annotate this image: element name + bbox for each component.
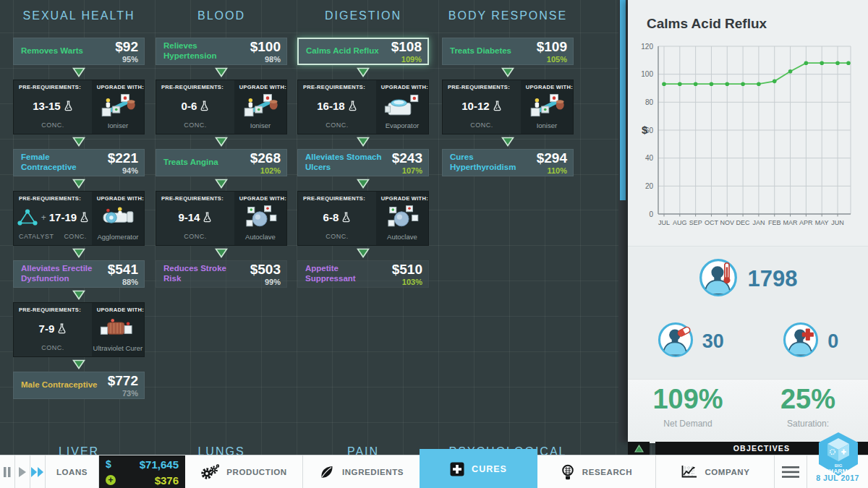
- downstream-arrow-icon: [72, 359, 85, 369]
- cure-column-body-response: Treats Diabetes$109105%PRE-REQUIREMENTS:…: [442, 38, 574, 176]
- cure-values: $294110%: [537, 151, 567, 175]
- downstream-arrow-icon: [501, 67, 514, 77]
- cure-name: Female Contraceptive: [21, 153, 108, 172]
- downstream-arrow-icon: [72, 290, 85, 300]
- cure-name: Calms Acid Reflux: [306, 46, 391, 56]
- prereq-label: PRE-REQUIREMENTS:: [14, 303, 81, 313]
- tab-research[interactable]: RESEARCH: [537, 455, 655, 488]
- cure-card-alleviates-stomach-ulcers[interactable]: Alleviates Stomach Ulcers$243107%: [297, 149, 429, 176]
- patient-stats-section: 1798 30: [628, 246, 868, 379]
- machine-name: Agglomerator: [97, 233, 138, 245]
- cure-card-appetite-suppressant[interactable]: Appetite Suppressant$510103%: [297, 260, 429, 288]
- conc-label: CONC.: [184, 121, 207, 129]
- upgrade-label: UPGRADE WITH:: [234, 192, 286, 202]
- agglomerator-machine-icon: [98, 203, 137, 232]
- pause-button[interactable]: [0, 455, 15, 488]
- svg-text:MAR: MAR: [783, 219, 799, 226]
- tab-cures-label: CURES: [472, 464, 507, 474]
- cure-demand-pct: 88%: [108, 278, 138, 286]
- upgrade-label: UPGRADE WITH:: [234, 80, 286, 90]
- cure-card-relieves-hypertension[interactable]: Relieves Hypertension$10098%: [156, 38, 287, 65]
- cure-name: Appetite Suppressant: [305, 264, 392, 283]
- tab-ingredients-label: INGREDIENTS: [342, 468, 404, 476]
- cure-name: Alleviates Erectile Dysfunction: [21, 264, 108, 283]
- svg-text:JAN: JAN: [752, 219, 765, 226]
- cure-card-treats-diabetes[interactable]: Treats Diabetes$109105%: [442, 38, 574, 65]
- upgrade-link-autoclave: PRE-REQUIREMENTS:9-14CONC.UPGRADE WITH: …: [156, 191, 287, 246]
- arrow-cell: [156, 67, 287, 77]
- cure-card-removes-warts[interactable]: Removes Warts$9295%: [13, 38, 145, 65]
- downstream-arrow-icon: [72, 137, 85, 147]
- upgrade-link-autoclave: PRE-REQUIREMENTS:6-8CONC.UPGRADE WITH: A…: [297, 191, 429, 246]
- pause-icon: [4, 467, 11, 477]
- menu-button[interactable]: [774, 455, 807, 488]
- prereq-label: PRE-REQUIREMENTS:: [298, 80, 365, 90]
- cure-card-female-contraceptive[interactable]: Female Contraceptive$22194%: [13, 149, 145, 176]
- plus-tile-icon: [450, 462, 464, 476]
- downstream-arrow-icon: [72, 67, 85, 77]
- tab-production-label: PRODUCTION: [226, 468, 286, 476]
- cure-card-alleviates-erectile-dysfunction[interactable]: Alleviates Erectile Dysfunction$54188%: [13, 260, 145, 288]
- conc-label: CONC.: [326, 233, 349, 240]
- cure-demand-pct: 102%: [250, 166, 281, 175]
- machine-name: Ioniser: [250, 121, 271, 134]
- arrow-cell: [156, 248, 287, 258]
- cure-price: $268: [250, 151, 281, 165]
- cure-price: $243: [392, 151, 422, 165]
- svg-text:DEC: DEC: [736, 219, 751, 226]
- conc-label: CONC.: [184, 233, 207, 240]
- cure-card-calms-acid-reflux[interactable]: Calms Acid Reflux$108109%: [297, 38, 429, 65]
- arrow-cell: [13, 248, 145, 258]
- net-demand-value: 109%: [628, 385, 748, 413]
- conc-row: 6-8: [298, 202, 376, 233]
- arrow-cell: [13, 137, 145, 147]
- prereq-label: PRE-REQUIREMENTS:: [14, 192, 81, 202]
- fast-forward-button[interactable]: [30, 455, 46, 488]
- arrow-cell: [13, 179, 145, 189]
- svg-text:20: 20: [645, 182, 654, 190]
- svg-text:40: 40: [645, 154, 654, 162]
- flask-icon: [348, 100, 357, 111]
- arrow-cell: [297, 137, 429, 147]
- flask-icon: [64, 100, 73, 111]
- upgrade-with: UPGRADE WITH: Ioniser: [234, 80, 286, 134]
- cure-card-reduces-stroke-risk[interactable]: Reduces Stroke Risk$50399%: [156, 260, 287, 288]
- loans-button[interactable]: LOANS: [46, 455, 99, 488]
- lightbulb-icon: [561, 464, 575, 480]
- cure-demand-pct: 95%: [115, 55, 138, 64]
- upgrade-with: UPGRADE WITH: Autoclave: [376, 192, 428, 245]
- autoclave-machine-icon: [241, 203, 280, 232]
- ioniser-machine-icon: [98, 92, 137, 121]
- cure-values: $22194%: [108, 151, 138, 175]
- flask-icon: [80, 212, 89, 223]
- autoclave-machine-icon: [383, 203, 422, 232]
- panel-scrollbar-thumb[interactable]: [620, 0, 626, 200]
- tab-cures[interactable]: CURES: [420, 449, 537, 488]
- tab-company[interactable]: COMPANY: [655, 455, 774, 488]
- cash-value: $71,645: [140, 458, 179, 471]
- ioniser-machine-icon: [527, 92, 566, 121]
- cure-card-treats-angina[interactable]: Treats Angina$268102%: [156, 149, 287, 176]
- bottom-toolbar: LOANS $ $71,645 + $376 PRODUCTION: [0, 455, 868, 488]
- uv-curer-machine-icon: [98, 314, 137, 343]
- panel-scrollbar-track: [618, 0, 628, 442]
- cure-price: $772: [108, 374, 138, 388]
- cube-icon: BIG PHARMA: [818, 432, 859, 476]
- tab-company-label: COMPANY: [705, 468, 749, 476]
- cure-card-male-contraceptive[interactable]: Male Contraceptive$77273%: [13, 372, 145, 399]
- cure-card-cures-hyperthyroidism[interactable]: Cures Hyperthyroidism$294110%: [442, 149, 574, 176]
- conc-range: 6-8: [323, 211, 339, 223]
- conc-label: CONC.: [64, 233, 87, 240]
- fast-forward-icon: [31, 467, 44, 477]
- pre-requirements: PRE-REQUIREMENTS:13-15CONC.: [14, 80, 92, 134]
- upgrade-with: UPGRADE WITH: Evaporator: [376, 80, 428, 134]
- tab-ingredients[interactable]: INGREDIENTS: [302, 455, 420, 488]
- hamburger-icon: [782, 466, 799, 479]
- cure-values: $243107%: [392, 151, 422, 175]
- cash-symbol: $: [106, 458, 111, 470]
- patients-stat: 1798: [628, 258, 868, 300]
- play-button[interactable]: [15, 455, 30, 488]
- objectives-toggle-button[interactable]: [628, 442, 650, 455]
- tab-production[interactable]: PRODUCTION: [185, 455, 302, 488]
- svg-text:80: 80: [645, 98, 654, 106]
